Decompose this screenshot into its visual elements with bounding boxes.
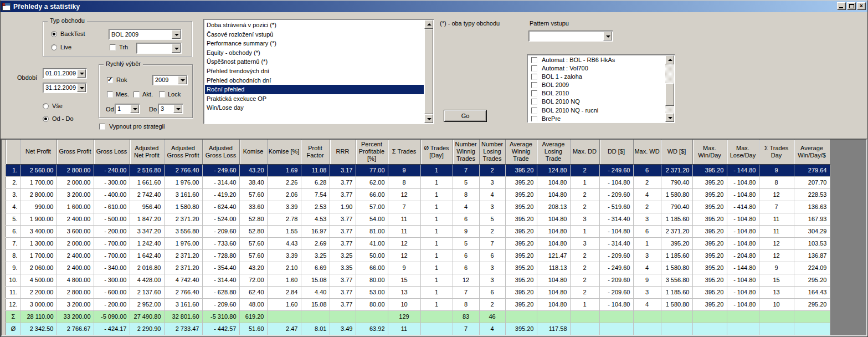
column-header[interactable]: Max. WD bbox=[633, 140, 661, 164]
grid-cell[interactable]: 104.80 bbox=[537, 298, 570, 310]
grid-cell[interactable]: - 728.80 bbox=[202, 249, 239, 262]
grid-cell[interactable]: 57.60 bbox=[239, 237, 267, 249]
table-row[interactable]: Σ28 110.0033 200.00-5 090.0027 490.8032 … bbox=[2, 310, 830, 323]
grid-cell[interactable]: 4 bbox=[633, 298, 661, 310]
scrollbar-up-button[interactable] bbox=[665, 55, 674, 64]
grid-cell[interactable]: - 104.80 bbox=[727, 213, 759, 225]
grid-cell[interactable]: - 144.80 bbox=[727, 164, 759, 176]
scrollbar-thumb[interactable] bbox=[665, 83, 674, 106]
rok-year-combo[interactable]: 2009 bbox=[152, 75, 188, 85]
row-header-cell[interactable]: 11. bbox=[6, 286, 20, 298]
grid-cell[interactable]: 7 bbox=[453, 323, 479, 335]
grid-cell[interactable]: 395.20 bbox=[692, 286, 727, 298]
grid-cell[interactable]: 3.49 bbox=[330, 323, 356, 335]
grid-cell[interactable] bbox=[727, 310, 759, 323]
grid-cell[interactable]: 3 bbox=[479, 201, 505, 213]
grid-cell[interactable]: 2 371.20 bbox=[661, 225, 692, 237]
grid-cell[interactable]: 790.40 bbox=[661, 176, 692, 188]
grid-cell[interactable]: 2 952.00 bbox=[130, 298, 164, 310]
grid-cell[interactable]: 3 161.60 bbox=[164, 298, 202, 310]
grid-cell[interactable]: 53.00 bbox=[356, 286, 388, 298]
grid-cell[interactable]: 6 bbox=[453, 249, 479, 262]
column-header[interactable]: Average Winnig Trade bbox=[505, 140, 537, 164]
column-header[interactable]: RRR bbox=[330, 140, 356, 164]
grid-cell[interactable]: 395.20 bbox=[692, 213, 727, 225]
grid-cell[interactable]: - 610.00 bbox=[94, 201, 130, 213]
grid-cell[interactable]: - 340.00 bbox=[94, 262, 130, 274]
grid-cell[interactable]: 395.20 bbox=[505, 164, 537, 176]
grid-cell[interactable]: 12 bbox=[759, 249, 794, 262]
grid-cell[interactable]: 2.84 bbox=[267, 286, 301, 298]
strategy-item-checkbox[interactable] bbox=[531, 108, 537, 114]
grid-cell[interactable]: 6 bbox=[633, 164, 661, 176]
strategy-list-item[interactable]: Automat : Vol700 bbox=[528, 64, 665, 73]
row-header-cell[interactable]: 5. bbox=[6, 213, 20, 225]
grid-cell[interactable]: -5 310.80 bbox=[202, 310, 239, 323]
column-header[interactable]: DD [$] bbox=[599, 140, 633, 164]
grid-cell[interactable]: - 209.60 bbox=[599, 274, 633, 286]
grid-cell[interactable]: - 733.60 bbox=[202, 237, 239, 249]
mes-label[interactable]: Mes. bbox=[116, 91, 129, 98]
grid-cell[interactable]: 2 742.40 bbox=[130, 188, 164, 201]
grid-cell[interactable]: 13 bbox=[759, 286, 794, 298]
grid-cell[interactable]: 52.80 bbox=[239, 225, 267, 237]
grid-cell[interactable]: - 209.60 bbox=[202, 225, 239, 237]
report-list-item[interactable]: Roční přehled bbox=[205, 85, 424, 94]
table-row[interactable]: 11.2 200.002 800.00- 600.002 137.602 766… bbox=[2, 286, 830, 298]
grid-cell[interactable]: 4 742.40 bbox=[164, 274, 202, 286]
grid-cell[interactable]: 4 bbox=[453, 201, 479, 213]
table-row[interactable]: Ø2 342.502 766.67- 424.172 290.902 733.4… bbox=[2, 323, 830, 335]
grid-cell[interactable]: 224.09 bbox=[794, 262, 830, 274]
column-header[interactable]: Max. Lose/Day bbox=[727, 140, 759, 164]
grid-cell[interactable]: 9 bbox=[759, 262, 794, 274]
grid-cell[interactable]: - 200.00 bbox=[94, 225, 130, 237]
grid-cell[interactable]: 2 bbox=[570, 164, 599, 176]
grid-cell[interactable]: 3 161.60 bbox=[164, 188, 202, 201]
grid-cell[interactable]: - 300.00 bbox=[94, 274, 130, 286]
column-header[interactable]: Max. Win/Day bbox=[692, 140, 727, 164]
grid-cell[interactable] bbox=[420, 310, 453, 323]
grid-cell[interactable]: 7 bbox=[759, 201, 794, 213]
grid-cell[interactable]: 4 800.00 bbox=[57, 274, 94, 286]
grid-cell[interactable]: - 209.60 bbox=[599, 188, 633, 201]
grid-cell[interactable]: 2 371.20 bbox=[164, 213, 202, 225]
grid-cell[interactable]: 38.40 bbox=[239, 176, 267, 188]
report-list-item[interactable]: Win/Lose day bbox=[205, 103, 424, 113]
grid-cell[interactable]: 11 bbox=[388, 323, 420, 335]
grid-cell[interactable]: 6 bbox=[479, 286, 505, 298]
table-row[interactable]: 1.2 560.002 800.00- 240.002 516.802 766.… bbox=[2, 164, 830, 176]
dropdown-button[interactable] bbox=[603, 32, 612, 40]
grid-cell[interactable]: - 442.57 bbox=[202, 323, 239, 335]
grid-cell[interactable]: 1 185.60 bbox=[661, 286, 692, 298]
grid-cell[interactable]: 62.00 bbox=[356, 176, 388, 188]
row-header-cell[interactable]: 12. bbox=[6, 298, 20, 310]
strategy-item-checkbox[interactable] bbox=[531, 74, 537, 80]
grid-cell[interactable]: 32 801.60 bbox=[164, 310, 202, 323]
grid-cell[interactable]: 2 800.00 bbox=[57, 164, 94, 176]
grid-cell[interactable]: 2 060.00 bbox=[20, 262, 57, 274]
grid-cell[interactable]: 46 bbox=[479, 310, 505, 323]
grid-cell[interactable]: 72.00 bbox=[239, 274, 267, 286]
trh-label[interactable]: Trh bbox=[119, 44, 128, 50]
grid-cell[interactable]: 51.60 bbox=[239, 323, 267, 335]
grid-cell[interactable]: 395.20 bbox=[692, 225, 727, 237]
row-header-cell[interactable]: 2. bbox=[6, 176, 20, 188]
close-button[interactable]: × bbox=[857, 2, 866, 10]
grid-cell[interactable]: 3 000.00 bbox=[20, 298, 57, 310]
grid-cell[interactable]: - 104.80 bbox=[599, 225, 633, 237]
grid-cell[interactable]: 1.55 bbox=[267, 225, 301, 237]
grid-cell[interactable]: 3.17 bbox=[330, 164, 356, 176]
grid-cell[interactable]: 4 bbox=[479, 323, 505, 335]
grid-cell[interactable] bbox=[759, 310, 794, 323]
grid-cell[interactable]: 4.53 bbox=[301, 213, 330, 225]
grid-cell[interactable]: 7 bbox=[453, 286, 479, 298]
table-row[interactable]: 12.3 000.003 200.00- 200.002 952.003 161… bbox=[2, 298, 830, 310]
grid-cell[interactable]: 5 bbox=[479, 213, 505, 225]
row-header-cell[interactable]: 6. bbox=[6, 225, 20, 237]
grid-cell[interactable]: 129 bbox=[388, 310, 420, 323]
strategy-list-item[interactable]: BOL 2009 bbox=[528, 81, 665, 89]
scrollbar-down-button[interactable] bbox=[665, 113, 674, 122]
column-header[interactable]: Number Winnig Trades bbox=[453, 140, 479, 164]
grid-cell[interactable]: 2 bbox=[479, 225, 505, 237]
grid-cell[interactable] bbox=[759, 323, 794, 335]
